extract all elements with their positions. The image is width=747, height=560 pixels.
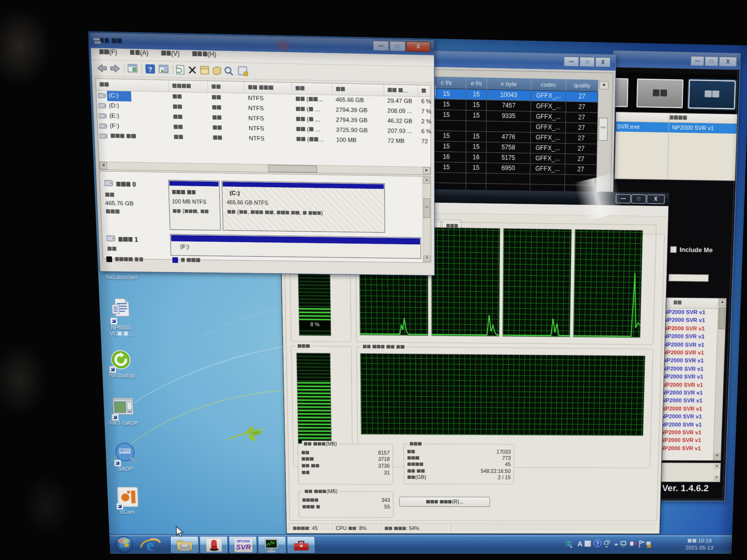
svg-text:A: A <box>577 540 583 548</box>
svg-text:?: ? <box>148 66 152 74</box>
svg-text:!: ! <box>649 545 650 548</box>
svg-text:?: ? <box>596 541 600 547</box>
